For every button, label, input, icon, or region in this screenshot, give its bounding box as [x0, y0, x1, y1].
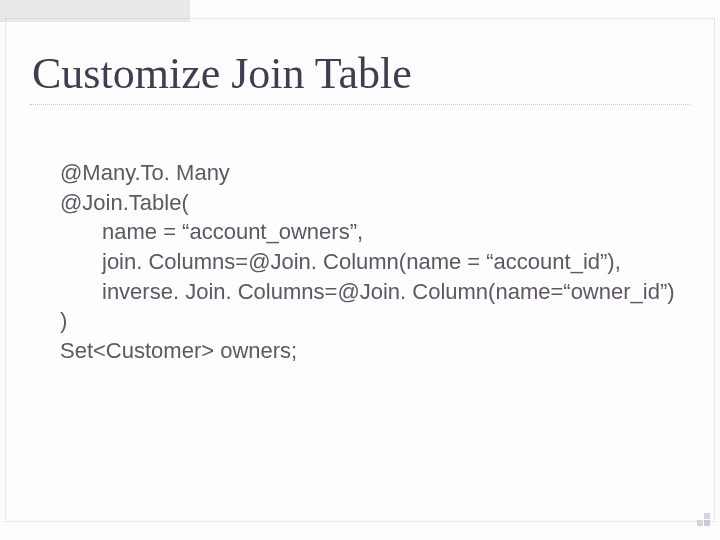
code-line: name = “account_owners”,: [60, 217, 690, 247]
code-line: inverse. Join. Columns=@Join. Column(nam…: [60, 277, 690, 307]
corner-accent-icon: [696, 512, 710, 526]
code-line: @Many.To. Many: [60, 158, 690, 188]
code-block: @Many.To. Many @Join.Table( name = “acco…: [60, 158, 690, 366]
slide-title: Customize Join Table: [32, 48, 412, 99]
code-line: @Join.Table(: [60, 188, 690, 218]
code-line: Set<Customer> owners;: [60, 336, 690, 366]
code-line: ): [60, 306, 690, 336]
slide: Customize Join Table @Many.To. Many @Joi…: [0, 0, 720, 540]
title-underline: [30, 104, 690, 105]
code-line: join. Columns=@Join. Column(name = “acco…: [60, 247, 690, 277]
